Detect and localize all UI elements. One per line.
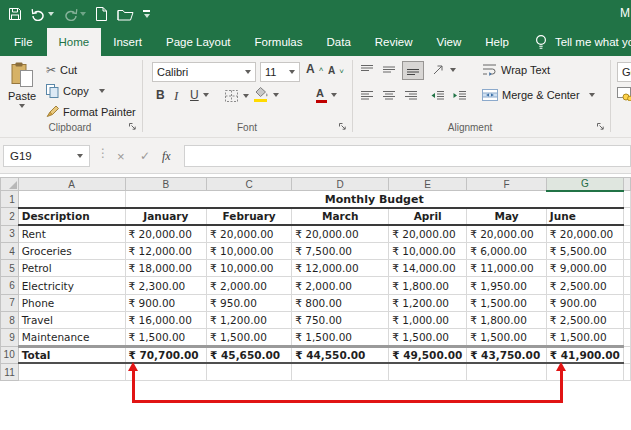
align-right-button[interactable]	[404, 90, 418, 101]
insert-function-icon[interactable]: fx	[162, 149, 171, 164]
font-color-dropdown-icon[interactable]	[331, 93, 337, 97]
cell-E10[interactable]: ₹ 49,500.00	[389, 346, 467, 363]
cell-B6[interactable]: ₹ 2,300.00	[125, 277, 207, 294]
cell-A1[interactable]	[18, 191, 125, 208]
cell-G10[interactable]: ₹ 41,900.00	[546, 346, 623, 363]
cell-A6[interactable]: Electricity	[18, 277, 125, 294]
row-header-11[interactable]: 11	[1, 363, 19, 380]
cell-F10[interactable]: ₹ 43,750.00	[467, 346, 547, 363]
formula-input[interactable]	[184, 145, 631, 167]
align-top-button[interactable]	[360, 64, 374, 75]
paste-button[interactable]: Paste	[8, 62, 36, 108]
row-header-3[interactable]: 3	[1, 225, 19, 242]
cell-H11[interactable]	[623, 363, 630, 380]
undo-dropdown-icon[interactable]	[48, 12, 54, 16]
number-format-combo[interactable]: Ger	[617, 62, 631, 82]
font-name-dropdown-icon[interactable]	[245, 70, 251, 74]
orientation-dropdown-icon[interactable]	[450, 68, 456, 72]
cell-F7[interactable]: ₹ 1,500.00	[467, 294, 547, 311]
cell-D2[interactable]: March	[292, 208, 389, 225]
cell-G3[interactable]: ₹ 20,000.00	[546, 225, 623, 242]
cell-C7[interactable]: ₹ 950.00	[207, 294, 292, 311]
cell-H7[interactable]	[623, 294, 630, 311]
cell-E9[interactable]: ₹ 1,500.00	[389, 329, 467, 346]
tab-insert[interactable]: Insert	[101, 28, 154, 56]
cell-C9[interactable]: ₹ 1,500.00	[207, 329, 292, 346]
merge-center-dropdown-icon[interactable]	[589, 93, 595, 97]
cell-F11[interactable]	[467, 363, 547, 380]
shrink-font-button[interactable]: A˅	[328, 66, 344, 76]
align-middle-button[interactable]	[382, 64, 396, 75]
column-header-D[interactable]: D	[292, 178, 389, 191]
cell-D7[interactable]: ₹ 800.00	[292, 294, 389, 311]
cell-A7[interactable]: Phone	[18, 294, 125, 311]
underline-dropdown-icon[interactable]	[203, 93, 209, 97]
cell-A9[interactable]: Maintenance	[18, 329, 125, 346]
column-header-B[interactable]: B	[125, 178, 207, 191]
undo-button[interactable]	[31, 8, 54, 21]
cell-H1[interactable]	[623, 191, 630, 208]
font-size-dropdown-icon[interactable]	[289, 70, 295, 74]
font-dialog-launcher-icon[interactable]	[338, 122, 347, 131]
cell-H6[interactable]	[623, 277, 630, 294]
decrease-indent-button[interactable]	[430, 90, 445, 101]
tab-home[interactable]: Home	[47, 28, 102, 56]
cell-H8[interactable]	[623, 312, 630, 329]
cell-D9[interactable]: ₹ 1,500.00	[292, 329, 389, 346]
cell-B2[interactable]: January	[125, 208, 207, 225]
cell-G9[interactable]: ₹ 1,500.00	[546, 329, 623, 346]
cell-C4[interactable]: ₹ 10,000.00	[207, 242, 292, 259]
font-name-combo[interactable]: Calibri	[152, 62, 256, 82]
wrap-text-button[interactable]: Wrap Text	[482, 63, 550, 76]
cell-A4[interactable]: Groceries	[18, 242, 125, 259]
row-header-10[interactable]: 10	[1, 346, 19, 363]
cell-F8[interactable]: ₹ 1,800.00	[467, 312, 547, 329]
cell-B8[interactable]: ₹ 16,000.00	[125, 312, 207, 329]
cell-H9[interactable]	[623, 329, 630, 346]
borders-dropdown-icon[interactable]	[243, 94, 249, 98]
cell-C6[interactable]: ₹ 2,000.00	[207, 277, 292, 294]
bold-button[interactable]: B	[156, 88, 165, 102]
cell-F6[interactable]: ₹ 1,950.00	[467, 277, 547, 294]
cell-E7[interactable]: ₹ 1,200.00	[389, 294, 467, 311]
row-header-6[interactable]: 6	[1, 277, 19, 294]
save-icon[interactable]	[8, 7, 22, 21]
cell-H2[interactable]	[623, 208, 630, 225]
tell-me-box[interactable]: Tell me what you want to d	[535, 28, 631, 56]
cell-G4[interactable]: ₹ 5,500.00	[546, 242, 623, 259]
row-header-7[interactable]: 7	[1, 294, 19, 311]
cell-H4[interactable]	[623, 242, 630, 259]
tab-data[interactable]: Data	[315, 28, 363, 56]
cell-D3[interactable]: ₹ 20,000.00	[292, 225, 389, 242]
column-header-H-sliver[interactable]	[623, 178, 630, 191]
cell-D11[interactable]	[292, 363, 389, 380]
column-header-C[interactable]: C	[207, 178, 292, 191]
row-header-5[interactable]: 5	[1, 260, 19, 277]
copy-dropdown-icon[interactable]	[99, 89, 105, 93]
underline-button[interactable]: U	[190, 88, 209, 102]
cell-A10[interactable]: Total	[18, 346, 125, 363]
cell-D10[interactable]: ₹ 44,550.00	[292, 346, 389, 363]
cell-E2[interactable]: April	[389, 208, 467, 225]
alignment-dialog-launcher-icon[interactable]	[596, 122, 605, 131]
cell-H10[interactable]	[623, 346, 630, 363]
row-header-1[interactable]: 1	[1, 191, 19, 208]
cell-F3[interactable]: ₹ 20,000.00	[467, 225, 547, 242]
cell-C11[interactable]	[207, 363, 292, 380]
cell-A8[interactable]: Travel	[18, 312, 125, 329]
font-size-combo[interactable]: 11	[260, 62, 300, 82]
grow-font-button[interactable]: A˄	[306, 64, 323, 74]
cell-C3[interactable]: ₹ 20,000.00	[207, 225, 292, 242]
row-header-4[interactable]: 4	[1, 242, 19, 259]
tab-file[interactable]: File	[0, 28, 47, 56]
copy-button[interactable]: Copy	[46, 84, 105, 98]
cell-B9[interactable]: ₹ 1,500.00	[125, 329, 207, 346]
cell-D8[interactable]: ₹ 750.00	[292, 312, 389, 329]
cell-H3[interactable]	[623, 225, 630, 242]
select-all-corner[interactable]	[1, 178, 19, 191]
cell-E6[interactable]: ₹ 1,800.00	[389, 277, 467, 294]
row-header-9[interactable]: 9	[1, 329, 19, 346]
borders-button[interactable]	[224, 89, 249, 103]
cell-G5[interactable]: ₹ 9,000.00	[546, 260, 623, 277]
fill-color-button[interactable]	[254, 87, 279, 102]
